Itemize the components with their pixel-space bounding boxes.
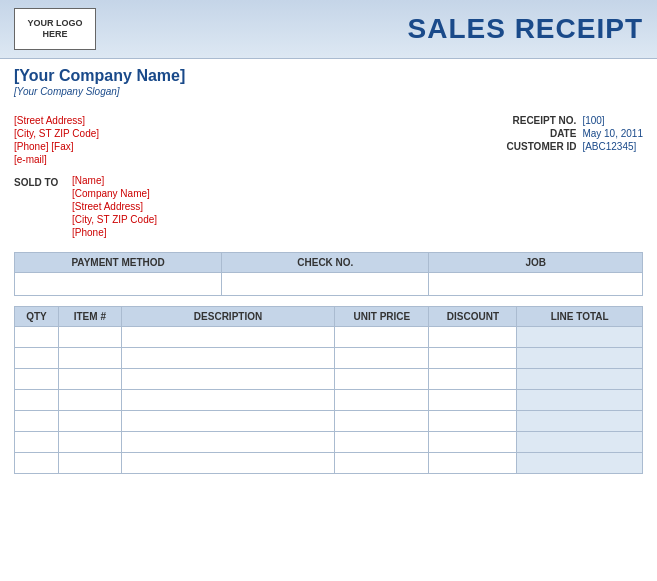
items-table: QTY ITEM # DESCRIPTION UNIT PRICE DISCOU… — [14, 306, 643, 474]
unit-price-cell — [335, 411, 429, 432]
desc-cell — [121, 348, 335, 369]
discount-cell — [429, 327, 517, 348]
receipt-value: [100] — [582, 115, 604, 126]
date-label: DATE — [496, 128, 576, 139]
logo-box: YOUR LOGO HERE — [14, 8, 96, 50]
qty-cell — [15, 348, 59, 369]
table-row — [15, 390, 643, 411]
header-bar: YOUR LOGO HERE SALES RECEIPT — [0, 0, 657, 59]
payment-header-row: PAYMENT METHOD CHECK NO. JOB — [15, 253, 643, 273]
right-info: RECEIPT NO. [100] DATE May 10, 2011 CUST… — [496, 115, 643, 165]
description-header: DESCRIPTION — [121, 307, 335, 327]
job-header: JOB — [429, 253, 643, 273]
unit-price-header: UNIT PRICE — [335, 307, 429, 327]
qty-cell — [15, 369, 59, 390]
item-cell — [58, 411, 121, 432]
qty-cell — [15, 390, 59, 411]
sold-to-address: [Street Address] — [72, 201, 157, 212]
company-section: [Your Company Name] [Your Company Slogan… — [0, 59, 657, 111]
customer-value: [ABC12345] — [582, 141, 636, 152]
item-header: ITEM # — [58, 307, 121, 327]
city-state-zip: [City, ST ZIP Code] — [14, 128, 99, 139]
item-cell — [58, 348, 121, 369]
logo-text: YOUR LOGO HERE — [15, 18, 95, 40]
desc-cell — [121, 432, 335, 453]
line-total-cell — [517, 432, 643, 453]
payment-method-header: PAYMENT METHOD — [15, 253, 222, 273]
line-total-header: LINE TOTAL — [517, 307, 643, 327]
item-cell — [58, 390, 121, 411]
page-title: SALES RECEIPT — [408, 13, 643, 45]
qty-cell — [15, 327, 59, 348]
unit-price-cell — [335, 327, 429, 348]
unit-price-cell — [335, 432, 429, 453]
discount-cell — [429, 369, 517, 390]
qty-cell — [15, 453, 59, 474]
sold-to-fields: [Name] [Company Name] [Street Address] [… — [72, 175, 157, 238]
left-info: [Street Address] [City, ST ZIP Code] [Ph… — [14, 115, 99, 165]
unit-price-cell — [335, 390, 429, 411]
line-total-cell — [517, 411, 643, 432]
line-total-cell — [517, 327, 643, 348]
payment-data-row — [15, 273, 643, 296]
check-no-cell — [222, 273, 429, 296]
sold-to-name: [Name] — [72, 175, 157, 186]
discount-cell — [429, 348, 517, 369]
table-row — [15, 432, 643, 453]
phone-fax: [Phone] [Fax] — [14, 141, 99, 152]
receipt-label: RECEIPT NO. — [496, 115, 576, 126]
item-cell — [58, 369, 121, 390]
qty-cell — [15, 432, 59, 453]
sold-to-company: [Company Name] — [72, 188, 157, 199]
qty-cell — [15, 411, 59, 432]
job-cell — [429, 273, 643, 296]
desc-cell — [121, 411, 335, 432]
check-no-header: CHECK NO. — [222, 253, 429, 273]
item-cell — [58, 453, 121, 474]
email: [e-mail] — [14, 154, 99, 165]
line-total-cell — [517, 390, 643, 411]
discount-cell — [429, 432, 517, 453]
table-row — [15, 369, 643, 390]
unit-price-cell — [335, 453, 429, 474]
company-slogan: [Your Company Slogan] — [14, 86, 643, 97]
discount-header: DISCOUNT — [429, 307, 517, 327]
table-row — [15, 453, 643, 474]
desc-cell — [121, 327, 335, 348]
qty-header: QTY — [15, 307, 59, 327]
line-total-cell — [517, 369, 643, 390]
info-section: [Street Address] [City, ST ZIP Code] [Ph… — [0, 111, 657, 169]
item-cell — [58, 327, 121, 348]
customer-label: CUSTOMER ID — [496, 141, 576, 152]
sold-to-city: [City, ST ZIP Code] — [72, 214, 157, 225]
desc-cell — [121, 390, 335, 411]
unit-price-cell — [335, 348, 429, 369]
receipt-number-row: RECEIPT NO. [100] — [496, 115, 604, 126]
street-address: [Street Address] — [14, 115, 99, 126]
sold-to-label: SOLD TO — [14, 175, 62, 238]
discount-cell — [429, 453, 517, 474]
sold-to-phone: [Phone] — [72, 227, 157, 238]
table-row — [15, 327, 643, 348]
date-value: May 10, 2011 — [582, 128, 643, 139]
line-total-cell — [517, 453, 643, 474]
company-name: [Your Company Name] — [14, 67, 643, 85]
sold-to-section: SOLD TO [Name] [Company Name] [Street Ad… — [0, 169, 657, 244]
payment-table: PAYMENT METHOD CHECK NO. JOB — [14, 252, 643, 296]
item-cell — [58, 432, 121, 453]
payment-method-cell — [15, 273, 222, 296]
items-header-row: QTY ITEM # DESCRIPTION UNIT PRICE DISCOU… — [15, 307, 643, 327]
desc-cell — [121, 453, 335, 474]
table-row — [15, 348, 643, 369]
date-row: DATE May 10, 2011 — [496, 128, 643, 139]
discount-cell — [429, 390, 517, 411]
customer-row: CUSTOMER ID [ABC12345] — [496, 141, 636, 152]
line-total-cell — [517, 348, 643, 369]
discount-cell — [429, 411, 517, 432]
unit-price-cell — [335, 369, 429, 390]
desc-cell — [121, 369, 335, 390]
table-row — [15, 411, 643, 432]
